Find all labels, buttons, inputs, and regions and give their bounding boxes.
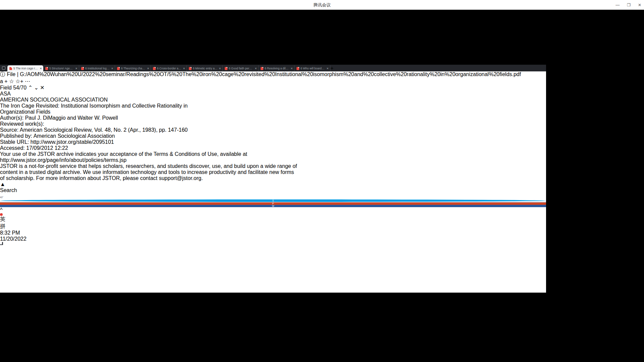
pdf-file-icon	[45, 67, 48, 70]
security-check-tray-icon[interactable]: ✓	[30, 357, 34, 362]
browser-tab[interactable]: 6 Institutional logics Thornton.p ✕	[79, 65, 115, 71]
pdf-file-icon	[225, 67, 227, 70]
powerpoint-icon[interactable]: P	[0, 202, 546, 205]
shared-desktop-taskbar: Search 43° S P W ^ 英 拼 8:32 PM 11/20/	[0, 187, 546, 245]
pdf-file-icon	[261, 67, 263, 70]
asa-logo: ASA AMERICAN SOCIOLOGICAL ASSOCIATION	[0, 91, 546, 103]
pdf-file-icon	[9, 67, 12, 70]
window-title: 腾讯会议	[313, 2, 331, 8]
search-highlight: Field	[36, 109, 48, 115]
read-aloud-icon[interactable]: a	[0, 78, 3, 84]
shared-screen: 5 The iron cage revisited Institu ✕ 5 St…	[0, 65, 546, 293]
tab-close-icon[interactable]: ✕	[147, 67, 149, 70]
pdf-file-icon	[189, 67, 192, 70]
address-url: G:/AOM%20Wuhan%20U/2022%20seminar/Readin…	[20, 71, 521, 77]
tab-close-icon[interactable]: ✕	[111, 67, 113, 70]
collections-icon[interactable]: ☆+	[15, 78, 23, 84]
browser-tab[interactable]: 6 Theorizing change the role of ✕	[115, 65, 151, 71]
internet-explorer-icon[interactable]: e	[0, 339, 644, 345]
paper-reviewed: Reviewed work(s):	[0, 121, 546, 127]
close-icon[interactable]: ✕	[638, 3, 641, 7]
system-tray: 57%已用内存 中 ✓ 10:32 周一2022/11/21 ▶ 4 3	[0, 351, 644, 362]
tab-close-icon[interactable]: ✕	[219, 67, 221, 70]
page-info-icon[interactable]: ⓘ	[0, 71, 5, 77]
paper-publisher: Published by: American Sociological Asso…	[0, 133, 546, 139]
find-previous-icon[interactable]: ⌃	[28, 85, 33, 90]
asa-logo-subtext: AMERICAN SOCIOLOGICAL ASSOCIATION	[0, 97, 546, 103]
zoom-icon[interactable]: +	[4, 78, 7, 84]
terms-link[interactable]: http://www.jstor.org/page/info/about/pol…	[0, 157, 126, 163]
find-next-icon[interactable]: ⌄	[34, 85, 39, 90]
ime-punctuation-icon[interactable]: °,	[13, 332, 16, 338]
paper-title-line2: Organizational Fields	[0, 109, 546, 115]
window-titlebar: 腾讯会议 — ❐ ✕	[0, 0, 644, 10]
minimize-icon[interactable]: —	[615, 3, 620, 7]
paper-title-line1: The Iron Cage Revisited: Institutional I…	[0, 103, 546, 109]
address-scheme: File	[7, 71, 15, 77]
pdf-file-icon	[81, 67, 84, 70]
publisher-link[interactable]: American Sociological Association	[34, 133, 115, 139]
night-light-icon[interactable]	[0, 242, 3, 245]
tab-close-icon[interactable]: ✕	[40, 67, 42, 70]
tab-close-icon[interactable]: ✕	[75, 67, 77, 70]
find-match-count: 54/70	[13, 85, 26, 90]
terms-link-line: http://www.jstor.org/page/info/about/pol…	[0, 157, 546, 163]
new-tab-button[interactable]: +	[330, 65, 333, 71]
find-close-icon[interactable]: ✕	[40, 85, 44, 90]
host-taskbar: e W 57%已用内存 中 ✓ 10:32 周一2022/11/21	[0, 339, 644, 362]
tab-search-menu-icon[interactable]	[0, 65, 7, 71]
browser-tab[interactable]: 6 Who will board a sinking ship ✕	[294, 65, 330, 71]
memory-usage[interactable]: 57%已用内存	[0, 351, 23, 362]
ime-english-indicator[interactable]: 英	[0, 216, 546, 223]
ime-toolbar: ✓ 中 °, ⚙	[0, 332, 644, 339]
word-icon[interactable]: W	[0, 205, 546, 207]
more-menu-icon[interactable]: ⋯	[25, 78, 30, 84]
tray-chevron-icon[interactable]: ^	[0, 207, 546, 213]
pdf-scrollbar[interactable]: ▲	[0, 181, 546, 187]
pdf-file-icon	[297, 67, 299, 70]
tab-close-icon[interactable]: ✕	[326, 67, 329, 70]
ime-settings-icon[interactable]: ⚙	[18, 332, 23, 338]
pdf-viewer: ASA AMERICAN SOCIOLOGICAL ASSOCIATION Th…	[0, 91, 546, 181]
scroll-up-icon[interactable]: ▲	[0, 181, 546, 187]
tab-close-icon[interactable]: ✕	[290, 67, 293, 70]
maximize-icon[interactable]: ❐	[627, 3, 631, 7]
pdf-file-icon	[153, 67, 156, 70]
ime-logo-icon[interactable]: ✓	[0, 332, 4, 338]
paper-source: Source: American Sociological Review, Vo…	[0, 127, 546, 133]
address-bar[interactable]: ⓘ File | G:/AOM%20Wuhan%20U/2022%20semin…	[0, 71, 546, 78]
search-box[interactable]: Search	[0, 187, 546, 193]
recording-tray-icon[interactable]	[0, 213, 546, 216]
wps-office-icon[interactable]: W	[0, 345, 44, 351]
paper-stable-url: Stable URL: http://www.jstor.org/stable/…	[0, 139, 546, 145]
about-jstor-line2: content in a trusted digital archive. We…	[0, 169, 546, 175]
pdf-file-icon	[117, 67, 120, 70]
ime-pinyin-indicator[interactable]: 拼	[0, 223, 546, 230]
browser-tab[interactable]: 6 Resolving a dilemma of signal ✕	[259, 65, 294, 71]
browser-tab[interactable]: 5 The iron cage revisited Institu ✕	[7, 65, 43, 71]
tab-close-icon[interactable]: ✕	[255, 67, 257, 70]
browser-tab[interactable]: 6 Mimetic entry and bandwagon ✕	[187, 65, 223, 71]
about-jstor-line1: JSTOR is a not-for-profit service that h…	[0, 163, 546, 169]
browser-tabbar: 5 The iron cage revisited Institu ✕ 5 St…	[0, 65, 546, 71]
browser-tab[interactable]: 5 Structure! Agency! (and other ✕	[43, 65, 79, 71]
tencent-meeting-window: 腾讯会议 — ❐ ✕ 5 The iron cage revisited Ins…	[0, 0, 644, 362]
weather-widget[interactable]: 43°	[0, 193, 546, 199]
browser-tab[interactable]: 6 Cross-border acquisitions by s ✕	[151, 65, 187, 71]
about-jstor-line3: of scholarship. For more information abo…	[0, 175, 546, 181]
ime-chinese-mode[interactable]: 中	[6, 332, 11, 338]
find-query-input[interactable]: Field	[0, 85, 12, 90]
find-in-page-bar: Field 54/70 ⌃ ⌄ ✕	[0, 84, 546, 91]
browser-tab[interactable]: 6 Good faith perspective.pdf ✕	[223, 65, 259, 71]
stable-url-link[interactable]: http://www.jstor.org/stable/2095101	[31, 139, 114, 145]
terms-text: Your use of the JSTOR archive indicates …	[0, 151, 546, 157]
skype-icon[interactable]: S	[0, 199, 546, 202]
participant-tile[interactable]: 吉林大学鞠晓伟	[0, 7, 644, 61]
paper-authors: Author(s): Paul J. DiMaggio and Walter W…	[0, 115, 546, 121]
paper-accessed: Accessed: 17/09/2012 12:22	[0, 145, 546, 151]
ime-mode-indicator[interactable]: 中	[23, 357, 28, 362]
favorites-icon[interactable]: ☆	[9, 78, 14, 84]
clock[interactable]: 8:32 PM 11/20/2022	[0, 230, 546, 242]
tab-close-icon[interactable]: ✕	[183, 67, 185, 70]
